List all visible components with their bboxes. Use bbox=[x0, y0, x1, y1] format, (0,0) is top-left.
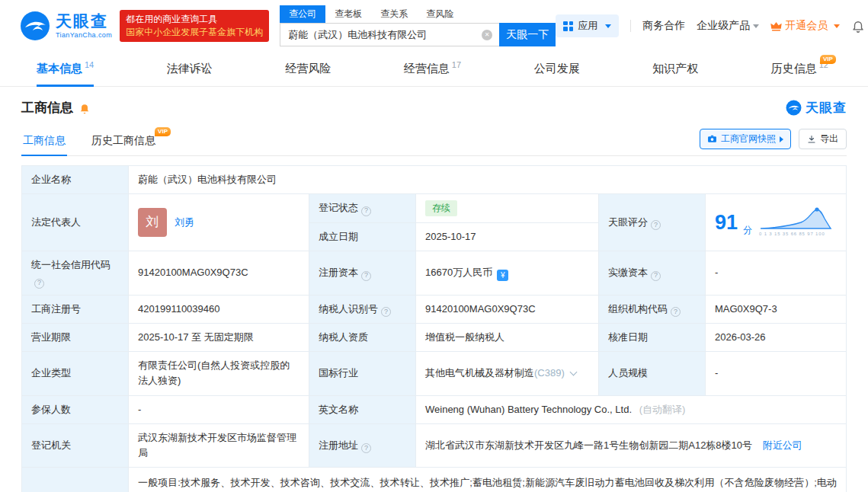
field-label: 人员规模 bbox=[608, 367, 648, 379]
chevron-down-icon bbox=[753, 24, 759, 28]
tab-operation-info[interactable]: 经营信息17 bbox=[404, 52, 461, 86]
chevron-down-icon[interactable] bbox=[569, 369, 577, 376]
search-tab-company[interactable]: 查公司 bbox=[280, 5, 325, 23]
field-label: 注册资本 bbox=[319, 267, 358, 278]
logo-text-en: TianYanCha.com bbox=[56, 31, 112, 39]
section-title: 工商信息 bbox=[21, 99, 91, 117]
score-axis-ticks: 0 1 3 15 35 66 85 97 100 bbox=[759, 231, 825, 238]
export-icon bbox=[807, 135, 816, 144]
alert-bell-icon[interactable] bbox=[78, 102, 91, 114]
logo-text-cn: 天眼查 bbox=[56, 13, 112, 29]
legal-rep-link[interactable]: 刘勇 bbox=[175, 215, 194, 230]
search-tab-risk[interactable]: 查风险 bbox=[417, 5, 463, 23]
open-membership-menu[interactable]: 开通会员 bbox=[770, 19, 840, 33]
field-label: 营业期限 bbox=[31, 331, 71, 343]
divider bbox=[630, 20, 631, 32]
tianyancha-logo[interactable]: 天眼查 TianYanCha.com bbox=[20, 11, 112, 41]
legal-rep-avatar[interactable]: 刘 bbox=[138, 208, 167, 237]
apps-menu[interactable]: 应用 bbox=[556, 14, 619, 37]
tab-intellectual-property[interactable]: 知识产权 bbox=[652, 52, 698, 86]
table-row: 工商注册号 420199110039460 纳税人识别号 91420100MAG… bbox=[22, 295, 847, 323]
score-distribution-chart: 0 1 3 15 35 66 85 97 100 bbox=[759, 206, 837, 239]
english-name-value: Weineng (Wuhan) Battery Technology Co., … bbox=[425, 404, 632, 415]
nearby-companies-link[interactable]: 附近公司 bbox=[763, 439, 802, 451]
help-icon[interactable] bbox=[671, 307, 681, 317]
snapshot-icon bbox=[707, 134, 717, 144]
field-label: 天眼评分 bbox=[608, 216, 648, 228]
tab-count: 14 bbox=[85, 60, 94, 69]
help-icon[interactable] bbox=[381, 307, 391, 317]
header-right: 应用 商务合作 企业级产品 开通会员 费米 bbox=[556, 14, 868, 37]
vip-badge: VIP bbox=[820, 55, 836, 64]
help-icon[interactable] bbox=[34, 279, 44, 289]
field-label: 注册地址 bbox=[319, 439, 358, 451]
logo-icon bbox=[20, 11, 50, 41]
business-info-table: 企业名称 蔚能（武汉）电池科技有限公司 法定代表人 刘 刘勇 登记状态 存续 天… bbox=[21, 165, 847, 492]
search-block: 查公司 查老板 查关系 查风险 天眼一下 bbox=[280, 5, 556, 46]
score-value: 91 bbox=[715, 212, 738, 233]
top-header: 天眼查 TianYanCha.com 都在用的商业查询工具 国家中小企业发展子基… bbox=[0, 0, 868, 52]
company-section-nav: 基本信息14 法律诉讼 经营风险 经营信息17 公司发展 知识产权 历史信息12… bbox=[0, 52, 868, 87]
tab-legal-litigation[interactable]: 法律诉讼 bbox=[167, 52, 213, 86]
company-name-value: 蔚能（武汉）电池科技有限公司 bbox=[138, 174, 277, 185]
field-label: 英文名称 bbox=[319, 404, 358, 415]
field-label: 成立日期 bbox=[319, 231, 358, 242]
clear-search-icon[interactable] bbox=[482, 30, 492, 40]
tab-history-info[interactable]: 历史信息12 VIP bbox=[771, 52, 828, 86]
help-icon[interactable] bbox=[361, 271, 371, 281]
address-value: 湖北省武汉市东湖新技术开发区九峰一路1号生物创新园二期A12栋8楼10号 bbox=[425, 439, 752, 451]
field-label: 参保人数 bbox=[31, 404, 71, 415]
help-icon[interactable] bbox=[361, 443, 371, 453]
search-tab-relation[interactable]: 查关系 bbox=[371, 5, 417, 23]
search-tabs: 查公司 查老板 查关系 查风险 bbox=[280, 5, 556, 23]
field-label: 国标行业 bbox=[319, 367, 358, 379]
field-label: 工商注册号 bbox=[31, 303, 81, 315]
tab-operation-risk[interactable]: 经营风险 bbox=[285, 52, 331, 86]
apps-grid-icon bbox=[563, 21, 573, 31]
field-label: 统一社会信用代码 bbox=[31, 259, 111, 270]
chevron-down-icon bbox=[605, 24, 611, 28]
slogan-line2: 国家中小企业发展子基金旗下机构 bbox=[126, 26, 263, 39]
subtab-history-business-info[interactable]: 历史工商信息 VIP bbox=[90, 134, 157, 155]
field-label: 登记状态 bbox=[319, 202, 358, 213]
search-button[interactable]: 天眼一下 bbox=[499, 23, 556, 46]
search-input[interactable] bbox=[280, 29, 499, 40]
business-cooperation-link[interactable]: 商务合作 bbox=[642, 19, 685, 33]
field-label: 法定代表人 bbox=[31, 216, 81, 228]
notification-bell-icon[interactable] bbox=[851, 19, 865, 33]
slogan-banner: 都在用的商业查询工具 国家中小企业发展子基金旗下机构 bbox=[120, 10, 269, 42]
apps-label: 应用 bbox=[578, 19, 597, 33]
search-tab-boss[interactable]: 查老板 bbox=[325, 5, 371, 23]
table-row: 登记机关 武汉东湖新技术开发区市场监督管理局 注册地址 湖北省武汉市东湖新技术开… bbox=[22, 423, 847, 467]
enterprise-products-menu[interactable]: 企业级产品 bbox=[697, 19, 759, 33]
arrow-right-icon bbox=[780, 136, 783, 142]
subtabs: 工商信息 历史工商信息 VIP 工商官网快照 导出 bbox=[21, 129, 847, 156]
tab-company-development[interactable]: 公司发展 bbox=[534, 52, 580, 86]
field-label: 纳税人资质 bbox=[319, 331, 368, 343]
help-icon[interactable] bbox=[651, 271, 661, 281]
export-button[interactable]: 导出 bbox=[799, 129, 847, 149]
main-content: 工商信息 天眼查 工商信息 历史工商信息 VIP 工商官网快照 bbox=[0, 99, 868, 492]
help-icon[interactable] bbox=[361, 206, 371, 216]
tab-basic-info[interactable]: 基本信息14 bbox=[37, 52, 94, 86]
tianyan-score[interactable]: 91 分 0 1 3 15 35 66 85 97 100 bbox=[715, 206, 837, 239]
field-label: 组织机构代码 bbox=[608, 303, 668, 315]
field-label: 企业名称 bbox=[31, 174, 71, 185]
table-row: 法定代表人 刘 刘勇 登记状态 存续 天眼评分 91 分 bbox=[22, 194, 847, 223]
business-scope-text: 一般项目:技术服务、技术开发、技术咨询、技术交流、技术转让、技术推广;蓄电池租赁… bbox=[138, 474, 837, 492]
field-label: 实缴资本 bbox=[608, 267, 648, 278]
table-row: 经营范围 一般项目:技术服务、技术开发、技术咨询、技术交流、技术转让、技术推广;… bbox=[22, 468, 847, 492]
table-row: 企业类型 有限责任公司(自然人投资或控股的法人独资) 国标行业 其他电气机械及器… bbox=[22, 352, 847, 395]
subtab-business-info[interactable]: 工商信息 bbox=[21, 134, 67, 155]
field-label: 登记机关 bbox=[31, 439, 71, 451]
chevron-down-icon bbox=[834, 24, 840, 28]
score-unit: 分 bbox=[743, 223, 752, 238]
section-watermark-logo: 天眼查 bbox=[786, 99, 847, 117]
field-label: 纳税人识别号 bbox=[319, 303, 378, 315]
help-icon[interactable] bbox=[651, 220, 661, 230]
currency-icon[interactable] bbox=[497, 270, 508, 281]
field-label: 企业类型 bbox=[31, 367, 71, 379]
table-row: 企业名称 蔚能（武汉）电池科技有限公司 bbox=[22, 166, 847, 194]
official-snapshot-button[interactable]: 工商官网快照 bbox=[700, 129, 791, 149]
vip-badge: VIP bbox=[155, 127, 171, 136]
